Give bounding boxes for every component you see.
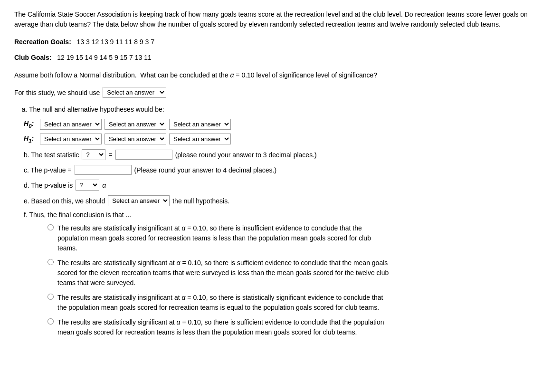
pvalue-comparison-select[interactable]: ? < > = ≤ ≥ [76,180,99,191]
h0-select-1[interactable]: Select an answer μ₁ μ₂ p₁ p₂ [40,119,102,130]
conclusion-options: The results are statistically insignific… [24,223,528,337]
h1-row: H1: Select an answer μ₁ μ₂ p₁ p₂ Select … [24,134,528,144]
alpha-symbol: α [102,182,106,189]
radio-opt4[interactable] [48,318,54,325]
radio-opt2-label[interactable]: The results are statistically significan… [57,258,390,288]
part-a-label: a. The null and alternative hypotheses w… [14,105,528,113]
radio-opt4-label[interactable]: The results are statistically significan… [57,317,390,337]
radio-opt1-label[interactable]: The results are statistically insignific… [57,223,390,253]
radio-opt3[interactable] [48,294,54,300]
intro-paragraph: The California State Soccer Association … [14,10,528,29]
equals-sign: = [108,151,112,159]
recreation-goals-row: Recreation Goals: 13 3 12 13 9 11 11 8 9… [14,36,528,48]
study-type-select[interactable]: Select an answer Two-sample t-test Paire… [103,87,166,98]
pvalue-input[interactable] [75,165,132,175]
radio-opt2[interactable] [48,259,54,265]
part-c-hint: (Please round your answer to 4 decimal p… [134,166,277,174]
part-c-label: c. The p-value = [24,166,72,174]
club-goals-values: 12 19 15 14 9 14 5 9 15 7 13 11 [57,54,152,61]
test-stat-input[interactable] [115,150,172,160]
radio-option-1: The results are statistically insignific… [48,223,528,253]
study-type-row: For this study, we should use Select an … [14,87,528,98]
part-b-row: b. The test statistic ? t z χ² F = (plea… [24,149,528,160]
part-c-row: c. The p-value = (Please round your answ… [24,165,528,175]
radio-option-2: The results are statistically significan… [48,258,528,288]
club-goals-label: Club Goals: [14,54,52,61]
radio-opt1[interactable] [48,224,54,230]
part-e-suffix: the null hypothesis. [172,197,229,205]
recreation-goals-values: 13 3 12 13 9 11 11 8 9 3 7 [77,38,154,46]
recreation-goals-label: Recreation Goals: [14,38,71,46]
h1-select-1[interactable]: Select an answer μ₁ μ₂ p₁ p₂ [40,134,102,144]
h0-label: H0: [24,120,37,129]
radio-option-3: The results are statistically insignific… [48,293,528,313]
part-b-hint: (please round your answer to 3 decimal p… [175,151,317,159]
h0-select-2[interactable]: Select an answer = ≠ < > ≤ ≥ [105,119,166,130]
part-e-label: e. Based on this, we should [24,197,105,205]
assumption-text: Assume both follow a Normal distribution… [14,70,528,80]
part-b-label: b. The test statistic [24,151,79,159]
radio-opt3-label[interactable]: The results are statistically insignific… [57,293,390,313]
h1-select-3[interactable]: Select an answer μ₁ μ₂ p₁ p₂ [169,134,231,144]
radio-option-4: The results are statistically significan… [48,317,528,337]
club-goals-row: Club Goals: 12 19 15 14 9 14 5 9 15 7 13… [14,52,528,64]
h1-select-2[interactable]: Select an answer = ≠ < > ≤ ≥ [105,134,166,144]
part-e-row: e. Based on this, we should Select an an… [24,195,528,206]
h1-label: H1: [24,134,37,143]
part-d-label: d. The p-value is [24,182,73,189]
part-d-row: d. The p-value is ? < > = ≤ ≥ α [24,180,528,191]
h0-row: H0: Select an answer μ₁ μ₂ p₁ p₂ Select … [24,119,528,130]
action-select[interactable]: Select an answer reject fail to reject a… [108,195,170,206]
part-f-label: f. Thus, the final conclusion is that ..… [24,211,528,219]
test-stat-type-select[interactable]: ? t z χ² F [82,149,105,160]
h0-select-3[interactable]: Select an answer μ₁ μ₂ p₁ p₂ [169,119,231,130]
study-row-label: For this study, we should use [14,89,100,96]
